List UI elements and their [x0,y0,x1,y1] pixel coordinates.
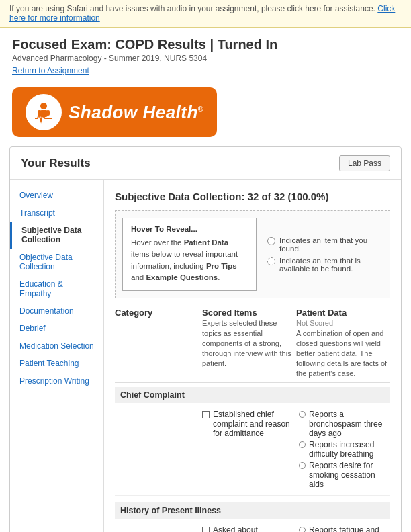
sidebar: Overview Transcript Subjective Data Coll… [10,180,104,532]
page-header: Focused Exam: COPD Results | Turned In A… [0,28,411,78]
patient-item-3: Reports desire for smoking cessation aid… [299,461,390,489]
scored-item-history-1: Asked about additional symptoms [202,525,293,532]
svg-point-0 [40,103,47,109]
col-scored-header: Scored Items Experts selected these topi… [202,308,296,378]
patient-item-h1-1: Reports fatigue and weakness [299,525,390,532]
sidebar-item-debrief[interactable]: Debrief [10,320,103,337]
logo-text: Shadow Health® [68,102,203,123]
sidebar-item-subjective[interactable]: Subjective Data Collection [10,222,103,249]
legend-item-available: Indicates an item that is available to b… [267,257,383,273]
logo-container: Shadow Health® [0,78,411,146]
col-category-header: Category [115,308,202,378]
sidebar-item-prescription[interactable]: Prescription Writing [10,372,103,390]
sidebar-item-education[interactable]: Education & Empathy [10,275,103,302]
logo-box: Shadow Health® [12,87,217,137]
patient-text-3: Reports desire for smoking cessation aid… [309,461,390,489]
legend-item-found: Indicates an item that you found. [267,236,383,253]
sidebar-item-transcript[interactable]: Transcript [10,204,103,222]
radio-circle-1 [299,411,306,418]
checkbox-chief-complaint [202,411,210,418]
patient-text-2: Reports increased difficulty breathing [309,440,390,459]
legend: Indicates an item that you found. Indica… [267,218,383,291]
banner-text: If you are using Safari and have issues … [9,4,375,13]
legend-text-available: Indicates an item that is available to b… [279,257,383,273]
page-subtitle: Advanced Pharmacology - Summer 2019, NUR… [12,54,399,63]
sidebar-item-objective[interactable]: Objective Data Collection [10,249,103,275]
results-title: Your Results [21,157,91,170]
hover-description: Hover over the Patient Data items below … [131,237,248,283]
radio-circle-2 [299,441,306,448]
lab-pass-button[interactable]: Lab Pass [339,155,390,171]
main-content-card: Your Results Lab Pass Overview Transcrip… [9,146,402,532]
content-body: Overview Transcript Subjective Data Coll… [10,180,401,532]
section-chief-complaint: Chief Complaint Established chief compla… [115,387,390,496]
data-row-history-1: Asked about additional symptoms Reports … [115,521,390,532]
return-link[interactable]: Return to Assignment [12,66,89,75]
scored-text-history-1: Asked about additional symptoms [213,525,293,532]
legend-circle-available [267,257,275,265]
section-title: Subjective Data Collection: 32 of 32 (10… [115,191,390,202]
section-history: History of Present Illness Asked about a… [115,502,390,532]
patient-text-h1-1: Reports fatigue and weakness [309,525,390,532]
results-header: Your Results Lab Pass [10,147,401,180]
patient-item-2: Reports increased difficulty breathing [299,440,390,459]
column-headers: Category Scored Items Experts selected t… [115,308,390,383]
scored-text-chief-complaint: Established chief complaint and reason f… [213,410,293,438]
radio-circle-h1-1 [299,527,306,532]
sidebar-item-medication[interactable]: Medication Selection [10,337,103,355]
row-patient-chief-complaint: Reports a bronchospasm three days ago Re… [299,410,390,491]
sidebar-item-documentation[interactable]: Documentation [10,302,103,320]
col-patient-header: Patient Data Not Scored A combination of… [296,308,390,378]
section-header-history: History of Present Illness [115,502,390,519]
sidebar-item-overview[interactable]: Overview [10,187,103,204]
top-banner: If you are using Safari and have issues … [0,0,411,28]
scored-item-chief-complaint: Established chief complaint and reason f… [202,410,293,438]
page-title: Focused Exam: COPD Results | Turned In [12,37,399,52]
sidebar-item-patient-teaching[interactable]: Patient Teaching [10,355,103,372]
hover-reveal-container: Hover To Reveal... Hover over the Patien… [115,210,390,298]
data-row-chief-complaint-1: Established chief complaint and reason f… [115,406,390,496]
legend-text-found: Indicates an item that you found. [279,236,383,253]
section-header-chief-complaint: Chief Complaint [115,387,390,403]
row-patient-history-1: Reports fatigue and weakness Reports pur… [299,525,390,532]
patient-item-1: Reports a bronchospasm three days ago [299,410,390,438]
main-panel: Subjective Data Collection: 32 of 32 (10… [104,180,401,532]
radio-circle-3 [299,462,306,469]
checkbox-history-1 [202,527,210,532]
row-scored-history-1: Asked about additional symptoms [202,525,299,532]
patient-text-1: Reports a bronchospasm three days ago [309,410,390,438]
hover-box: Hover To Reveal... Hover over the Patien… [122,218,257,291]
hover-title: Hover To Reveal... [131,225,248,233]
svg-rect-3 [46,110,50,116]
row-scored-chief-complaint: Established chief complaint and reason f… [202,410,299,441]
legend-circle-found [267,237,275,245]
shadow-health-icon [26,94,62,130]
